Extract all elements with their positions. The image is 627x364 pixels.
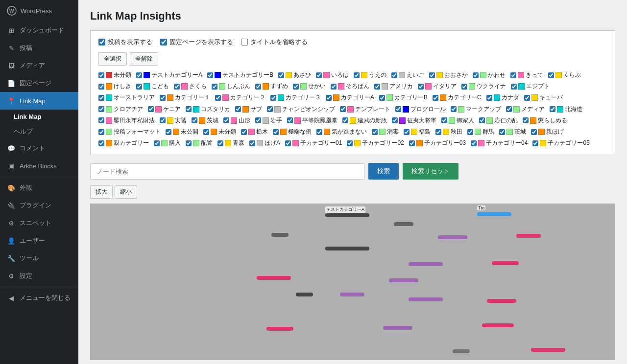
category-checkbox[interactable] — [186, 106, 192, 112]
map-node[interactable] — [394, 222, 413, 226]
sidebar-item-tools[interactable]: 🔧 ツール — [0, 250, 78, 267]
category-checkbox[interactable] — [404, 129, 410, 135]
sidebar-sub-item-linkmap-main[interactable]: Link Map — [7, 110, 78, 124]
category-checkbox[interactable] — [524, 95, 530, 101]
category-checkbox[interactable] — [510, 72, 516, 78]
category-checkbox[interactable] — [467, 129, 473, 135]
category-checkbox[interactable] — [461, 84, 467, 90]
category-checkbox[interactable] — [267, 106, 273, 112]
category-checkbox[interactable] — [451, 106, 457, 112]
category-checkbox[interactable] — [395, 106, 401, 112]
abbreviate-title-input[interactable] — [241, 39, 248, 46]
category-checkbox[interactable] — [418, 84, 424, 90]
category-checkbox[interactable] — [523, 117, 529, 123]
map-node[interactable] — [438, 235, 467, 239]
category-checkbox[interactable] — [316, 129, 322, 135]
sidebar-item-pages[interactable]: 📄 固定ページ — [0, 74, 78, 92]
category-checkbox[interactable] — [98, 72, 104, 78]
category-checkbox[interactable] — [249, 140, 255, 146]
category-checkbox[interactable] — [160, 117, 166, 123]
category-checkbox[interactable] — [391, 72, 397, 78]
category-checkbox[interactable] — [136, 84, 142, 90]
category-checkbox[interactable] — [148, 106, 154, 112]
category-checkbox[interactable] — [287, 117, 293, 123]
category-checkbox[interactable] — [273, 129, 279, 135]
category-checkbox[interactable] — [98, 129, 104, 135]
category-checkbox[interactable] — [429, 72, 435, 78]
category-checkbox[interactable] — [392, 117, 398, 123]
sidebar-item-users[interactable]: 👤 ユーザー — [0, 232, 78, 250]
show-pages-checkbox[interactable]: 固定ページを表示する — [160, 38, 233, 46]
category-checkbox[interactable] — [435, 129, 441, 135]
category-checkbox[interactable] — [98, 95, 104, 101]
search-input[interactable] — [90, 163, 364, 180]
category-checkbox[interactable] — [293, 84, 299, 90]
category-checkbox[interactable] — [550, 106, 555, 112]
category-checkbox[interactable] — [340, 106, 346, 112]
category-checkbox[interactable] — [342, 117, 348, 123]
map-node[interactable] — [340, 293, 364, 296]
category-checkbox[interactable] — [532, 140, 538, 146]
map-node[interactable] — [271, 233, 289, 237]
category-checkbox[interactable] — [379, 95, 385, 101]
category-checkbox[interactable] — [473, 72, 479, 78]
category-checkbox[interactable] — [160, 95, 166, 101]
sidebar-item-settings[interactable]: ⚙ 設定 — [0, 267, 78, 285]
category-checkbox[interactable] — [186, 140, 192, 146]
category-checkbox[interactable] — [316, 72, 322, 78]
map-node[interactable] — [531, 348, 565, 352]
map-node[interactable] — [257, 276, 291, 280]
category-checkbox[interactable] — [98, 117, 104, 123]
category-checkbox[interactable] — [531, 129, 537, 135]
sidebar-item-appearance[interactable]: 🎨 外観 — [0, 179, 78, 197]
search-button[interactable]: 検索 — [368, 163, 399, 180]
sidebar-item-comments[interactable]: 💬 コメント — [0, 139, 78, 157]
category-checkbox[interactable] — [136, 72, 142, 78]
map-node[interactable] — [477, 212, 511, 216]
map-node[interactable] — [487, 299, 516, 303]
category-checkbox[interactable] — [166, 129, 171, 135]
category-checkbox[interactable] — [241, 129, 247, 135]
category-checkbox[interactable] — [506, 106, 512, 112]
category-checkbox[interactable] — [278, 72, 284, 78]
map-node[interactable] — [266, 327, 293, 331]
map-node[interactable] — [325, 247, 369, 250]
zoom-out-button[interactable]: 縮小 — [115, 185, 137, 199]
category-checkbox[interactable] — [98, 140, 104, 146]
category-checkbox[interactable] — [174, 84, 180, 90]
category-checkbox[interactable] — [223, 117, 229, 123]
category-checkbox[interactable] — [486, 95, 492, 101]
sidebar-item-close-menu[interactable]: ◀ メニューを閉じる — [0, 289, 78, 307]
category-checkbox[interactable] — [479, 117, 485, 123]
category-checkbox[interactable] — [548, 72, 554, 78]
map-node[interactable] — [296, 293, 313, 296]
sidebar-item-media[interactable]: 🖼 メディア — [0, 57, 78, 74]
category-checkbox[interactable] — [409, 140, 415, 146]
map-node[interactable] — [453, 349, 470, 353]
category-checkbox[interactable] — [217, 140, 223, 146]
map-node[interactable] — [325, 213, 369, 217]
category-checkbox[interactable] — [354, 72, 360, 78]
category-checkbox[interactable] — [255, 84, 261, 90]
category-checkbox[interactable] — [154, 140, 160, 146]
category-checkbox[interactable] — [98, 84, 104, 90]
category-checkbox[interactable] — [372, 129, 378, 135]
category-checkbox[interactable] — [98, 106, 104, 112]
category-checkbox[interactable] — [331, 84, 337, 90]
sidebar-item-posts[interactable]: ✎ 投稿 — [0, 39, 78, 57]
category-checkbox[interactable] — [192, 117, 197, 123]
sidebar-item-snippets[interactable]: ⚙ スニペット — [0, 214, 78, 232]
category-checkbox[interactable] — [499, 129, 505, 135]
category-checkbox[interactable] — [433, 95, 438, 101]
sidebar-item-dashboard[interactable]: ⊞ ダッシュボード — [0, 22, 78, 39]
show-posts-checkbox[interactable]: 投稿を表示する — [98, 38, 152, 46]
zoom-in-button[interactable]: 拡大 — [90, 185, 113, 199]
sidebar-sub-item-help[interactable]: ヘルプ — [7, 124, 78, 139]
category-checkbox[interactable] — [235, 106, 241, 112]
category-checkbox[interactable] — [511, 84, 517, 90]
category-checkbox[interactable] — [347, 140, 353, 146]
map-node[interactable] — [482, 323, 514, 327]
map-node[interactable] — [383, 326, 412, 330]
category-checkbox[interactable] — [374, 84, 380, 90]
map-node[interactable] — [409, 262, 443, 266]
